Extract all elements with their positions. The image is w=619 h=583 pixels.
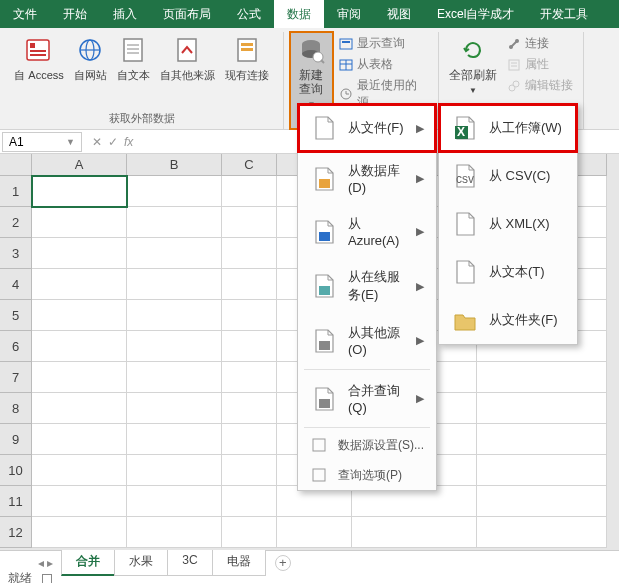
cancel-formula-icon: ✕ — [92, 135, 102, 149]
row-header[interactable]: 11 — [0, 486, 32, 517]
cell[interactable] — [477, 393, 607, 424]
cell[interactable] — [477, 517, 607, 548]
menu-item[interactable]: 合并查询(Q)▶ — [298, 372, 436, 425]
select-all-corner[interactable] — [0, 154, 32, 176]
row-header[interactable]: 9 — [0, 424, 32, 455]
row-header[interactable]: 10 — [0, 455, 32, 486]
macro-record-icon[interactable] — [42, 574, 52, 584]
cell[interactable] — [32, 176, 127, 207]
menu-item[interactable]: 从数据库(D)▶ — [298, 152, 436, 205]
cell[interactable] — [32, 424, 127, 455]
cell[interactable] — [127, 331, 222, 362]
cell[interactable] — [477, 486, 607, 517]
cell[interactable] — [127, 393, 222, 424]
cell[interactable] — [477, 424, 607, 455]
cell[interactable] — [127, 424, 222, 455]
show-queries-button[interactable]: 显示查询 — [335, 34, 432, 53]
cell[interactable] — [32, 517, 127, 548]
cell[interactable] — [127, 300, 222, 331]
cell[interactable] — [477, 455, 607, 486]
menu-item[interactable]: 从 Azure(A)▶ — [298, 205, 436, 258]
ribbon-tab-9[interactable]: 开发工具 — [527, 0, 601, 28]
submenu-item[interactable]: 从文件夹(F) — [439, 296, 577, 344]
sheet-tab[interactable]: 水果 — [114, 549, 168, 576]
ribbon-tab-6[interactable]: 审阅 — [324, 0, 374, 28]
ribbon-tab-0[interactable]: 文件 — [0, 0, 50, 28]
row-header[interactable]: 4 — [0, 269, 32, 300]
row-header[interactable]: 7 — [0, 362, 32, 393]
cell[interactable] — [32, 362, 127, 393]
confirm-formula-icon: ✓ — [108, 135, 118, 149]
row-header[interactable]: 8 — [0, 393, 32, 424]
add-sheet-button[interactable]: + — [275, 555, 291, 571]
sheet-tab[interactable]: 合并 — [61, 549, 115, 576]
cell[interactable] — [222, 207, 277, 238]
col-header[interactable]: C — [222, 154, 277, 176]
row-header[interactable]: 5 — [0, 300, 32, 331]
cell[interactable] — [127, 455, 222, 486]
cell[interactable] — [127, 207, 222, 238]
cell[interactable] — [222, 486, 277, 517]
row-header[interactable]: 12 — [0, 517, 32, 548]
cell[interactable] — [222, 455, 277, 486]
cell[interactable] — [222, 362, 277, 393]
name-box[interactable]: A1▼ — [2, 132, 82, 152]
cell[interactable] — [222, 517, 277, 548]
submenu-item[interactable]: 从文本(T) — [439, 248, 577, 296]
cell[interactable] — [127, 362, 222, 393]
sheet-tab[interactable]: 电器 — [212, 549, 266, 576]
cell[interactable] — [477, 362, 607, 393]
connections-button[interactable]: 连接 — [503, 34, 577, 53]
row-header[interactable]: 2 — [0, 207, 32, 238]
ribbon-tab-5[interactable]: 数据 — [274, 0, 324, 28]
col-header[interactable]: B — [127, 154, 222, 176]
cell[interactable] — [32, 393, 127, 424]
cell[interactable] — [277, 517, 352, 548]
menu-item[interactable]: 从文件(F)▶ — [298, 104, 436, 152]
submenu-item[interactable]: X从工作簿(W) — [439, 104, 577, 152]
svg-rect-14 — [241, 48, 253, 51]
cell[interactable] — [127, 486, 222, 517]
svg-rect-39 — [319, 399, 330, 408]
cell[interactable] — [32, 269, 127, 300]
submenu-item[interactable]: 从 XML(X) — [439, 200, 577, 248]
cell[interactable] — [222, 269, 277, 300]
cell[interactable] — [127, 269, 222, 300]
ribbon-tab-8[interactable]: Excel自学成才 — [424, 0, 527, 28]
cell[interactable] — [222, 176, 277, 207]
cell[interactable] — [32, 486, 127, 517]
cell[interactable] — [127, 517, 222, 548]
row-header[interactable]: 1 — [0, 176, 32, 207]
menu-item[interactable]: 从其他源(O)▶ — [298, 314, 436, 367]
cell[interactable] — [32, 331, 127, 362]
from-table-button[interactable]: 从表格 — [335, 55, 432, 74]
ribbon-tab-2[interactable]: 插入 — [100, 0, 150, 28]
cell[interactable] — [222, 238, 277, 269]
submenu-item[interactable]: csv从 CSV(C) — [439, 152, 577, 200]
ribbon-tab-4[interactable]: 公式 — [224, 0, 274, 28]
cell[interactable] — [222, 424, 277, 455]
cell[interactable] — [352, 517, 477, 548]
col-header[interactable]: A — [32, 154, 127, 176]
menu-item[interactable]: 数据源设置(S)... — [298, 430, 436, 460]
cell[interactable] — [222, 300, 277, 331]
cell[interactable] — [127, 176, 222, 207]
svg-rect-37 — [319, 286, 330, 295]
fx-icon[interactable]: fx — [124, 135, 133, 149]
ribbon-tab-1[interactable]: 开始 — [50, 0, 100, 28]
cell[interactable] — [222, 331, 277, 362]
ribbon-tab-7[interactable]: 视图 — [374, 0, 424, 28]
cell[interactable] — [222, 393, 277, 424]
row-header[interactable]: 3 — [0, 238, 32, 269]
menu-item[interactable]: 查询选项(P) — [298, 460, 436, 490]
ribbon-tab-3[interactable]: 页面布局 — [150, 0, 224, 28]
menu-item[interactable]: 从在线服务(E)▶ — [298, 258, 436, 314]
cell[interactable] — [32, 455, 127, 486]
sheet-tab[interactable]: 3C — [167, 549, 212, 576]
cell[interactable] — [32, 238, 127, 269]
cell[interactable] — [127, 238, 222, 269]
cell[interactable] — [32, 300, 127, 331]
row-header[interactable]: 6 — [0, 331, 32, 362]
cell[interactable] — [32, 207, 127, 238]
sheet-nav[interactable]: ◂ ▸ — [30, 556, 61, 570]
